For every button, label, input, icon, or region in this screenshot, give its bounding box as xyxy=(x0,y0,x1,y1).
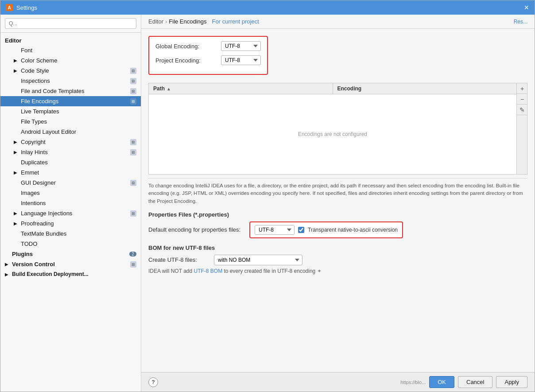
arrow-icon: ▶ xyxy=(14,150,19,155)
sidebar-item-images[interactable]: Images xyxy=(0,188,141,198)
arrow-icon: ▶ xyxy=(14,170,19,175)
global-encoding-select[interactable]: UTF-8 xyxy=(221,41,261,51)
empty-table-text: Encodings are not configured xyxy=(298,131,367,137)
sidebar-item-duplicates[interactable]: Duplicates xyxy=(0,157,141,167)
properties-encoding-select[interactable]: UTF-8 xyxy=(255,225,295,235)
footer-left: ? xyxy=(148,377,158,387)
project-encoding-select[interactable]: UTF-8 xyxy=(221,55,261,65)
sidebar-label-copyright: Copyright xyxy=(21,139,46,145)
sidebar-label-emmet: Emmet xyxy=(21,169,39,176)
bom-utf8-link[interactable]: UTF-8 BOM xyxy=(194,268,222,274)
edit-encoding-button[interactable]: ✎ xyxy=(517,105,527,115)
cancel-button[interactable]: Cancel xyxy=(458,376,492,388)
sidebar-item-color-scheme[interactable]: ▶ Color Scheme xyxy=(0,55,141,66)
search-bar xyxy=(0,15,141,33)
project-encoding-label: Project Encoding: xyxy=(155,57,217,64)
path-encoding-table: Path ▲ Encoding Encodings are not config… xyxy=(148,83,527,175)
breadcrumb-separator: › xyxy=(165,18,167,25)
bom-note: IDEA will NOT add UTF-8 BOM to every cre… xyxy=(148,268,527,274)
transparent-checkbox[interactable] xyxy=(298,227,304,233)
sidebar-label-textmate-bundles: TextMate Bundles xyxy=(21,230,66,237)
sidebar-item-android-layout-editor[interactable]: Android Layout Editor xyxy=(0,127,141,137)
sidebar-item-inlay-hints[interactable]: ▶ Inlay Hints ⊞ xyxy=(0,147,141,157)
sidebar-item-plugins[interactable]: Plugins 2 xyxy=(0,249,141,259)
bom-dropdown[interactable]: with NO BOM xyxy=(214,255,302,265)
arrow-icon: ▶ xyxy=(14,140,19,144)
properties-highlight-box: UTF-8 Transparent native-to-ascii conver… xyxy=(249,221,403,238)
sidebar-label-code-style: Code Style xyxy=(21,67,49,74)
sidebar-item-font[interactable]: Font xyxy=(0,45,141,55)
dialog-body: Editor Font ▶ Color Scheme ▶ Code Style … xyxy=(0,15,535,392)
build-label: Build Execution Deployment... xyxy=(12,271,89,277)
page-icon: ⊞ xyxy=(130,139,136,145)
transparent-checkbox-label: Transparent native-to-ascii conversion xyxy=(308,227,398,233)
ok-button[interactable]: OK xyxy=(429,376,454,388)
bom-section: BOM for new UTF-8 files Create UTF-8 fil… xyxy=(148,245,527,274)
encoding-info-text: To change encoding IntelliJ IDEA uses fo… xyxy=(148,178,527,205)
encoding-column-header: Encoding xyxy=(333,83,517,94)
sidebar-label-live-templates: Live Templates xyxy=(21,108,59,115)
sidebar-item-intentions[interactable]: Intentions xyxy=(0,198,141,208)
table-header: Path ▲ Encoding xyxy=(149,83,516,94)
sidebar-item-file-encodings[interactable]: File Encodings ⊞ xyxy=(0,96,141,106)
help-button[interactable]: ? xyxy=(148,377,158,387)
bom-row: Create UTF-8 files: with NO BOM xyxy=(148,255,527,265)
page-icon: ⊞ xyxy=(130,68,136,74)
encoding-label: Encoding xyxy=(337,85,362,92)
sort-arrow-icon: ▲ xyxy=(167,86,171,91)
sidebar-label-duplicates: Duplicates xyxy=(21,159,48,166)
add-encoding-button[interactable]: + xyxy=(517,83,527,94)
close-icon[interactable]: ✕ xyxy=(524,4,529,11)
breadcrumb-current: File Encodings xyxy=(169,18,206,25)
sidebar-item-code-style[interactable]: ▶ Code Style ⊞ xyxy=(0,66,141,76)
table-actions: + − ✎ xyxy=(516,83,527,174)
plugins-badge: 2 xyxy=(129,252,136,256)
sidebar-content: Editor Font ▶ Color Scheme ▶ Code Style … xyxy=(0,33,141,392)
sidebar-item-copyright[interactable]: ▶ Copyright ⊞ xyxy=(0,137,141,147)
sidebar-item-language-injections[interactable]: ▶ Language Injections ⊞ xyxy=(0,208,141,218)
sidebar-label-images: Images xyxy=(21,190,40,196)
global-encoding-row: Global Encoding: UTF-8 xyxy=(155,41,261,51)
sidebar-label-todo: TODO xyxy=(21,241,37,247)
dialog-title: Settings xyxy=(16,4,37,11)
sidebar-item-file-types[interactable]: File Types xyxy=(0,116,141,127)
sidebar-label-intentions: Intentions xyxy=(21,200,46,206)
page-icon: ⊞ xyxy=(130,180,136,186)
table-main: Path ▲ Encoding Encodings are not config… xyxy=(149,83,516,174)
title-bar: A Settings ✕ xyxy=(0,0,535,15)
bom-settings-icon[interactable]: ✦ xyxy=(317,268,322,274)
settings-dialog: A Settings ✕ Editor Font ▶ Color Scheme xyxy=(0,0,535,392)
sidebar-item-version-control[interactable]: ▶ Version Control ⊞ xyxy=(0,259,141,269)
sidebar-item-gui-designer[interactable]: GUI Designer ⊞ xyxy=(0,178,141,188)
search-input[interactable] xyxy=(5,18,136,29)
title-bar-left: A Settings xyxy=(6,4,37,11)
sidebar-item-build[interactable]: ▶ Build Execution Deployment... xyxy=(0,269,141,279)
for-project-link[interactable]: For current project xyxy=(212,18,259,25)
sidebar-label-file-code-templates: File and Code Templates xyxy=(21,88,85,94)
sidebar-item-inspections[interactable]: Inspections ⊞ xyxy=(0,76,141,86)
apply-button[interactable]: Apply xyxy=(496,376,527,388)
reset-link[interactable]: Res... xyxy=(514,19,527,25)
sidebar-label-language-injections: Language Injections xyxy=(21,210,72,217)
path-column-header: Path ▲ xyxy=(149,83,333,94)
sidebar-label-font: Font xyxy=(21,47,32,54)
breadcrumb: Editor › File Encodings For current proj… xyxy=(148,18,259,25)
remove-encoding-button[interactable]: − xyxy=(517,94,527,105)
sidebar-item-live-templates[interactable]: Live Templates xyxy=(0,106,141,116)
page-icon: ⊞ xyxy=(130,78,136,84)
page-icon: ⊞ xyxy=(130,210,136,217)
sidebar-label-inspections: Inspections xyxy=(21,78,50,84)
encoding-highlight-box: Global Encoding: UTF-8 Project Encoding:… xyxy=(148,36,268,75)
sidebar-item-proofreading[interactable]: ▶ Proofreading xyxy=(0,218,141,229)
breadcrumb-parent: Editor xyxy=(148,18,163,25)
sidebar-item-emmet[interactable]: ▶ Emmet xyxy=(0,167,141,178)
sidebar-item-file-code-templates[interactable]: File and Code Templates ⊞ xyxy=(0,86,141,96)
version-control-label: Version Control xyxy=(12,261,55,268)
sidebar: Editor Font ▶ Color Scheme ▶ Code Style … xyxy=(0,15,141,392)
main-scroll-area: Global Encoding: UTF-8 Project Encoding:… xyxy=(141,29,535,372)
arrow-icon: ▶ xyxy=(14,68,19,73)
sidebar-item-todo[interactable]: TODO xyxy=(0,239,141,249)
sidebar-item-textmate-bundles[interactable]: TextMate Bundles xyxy=(0,229,141,239)
sidebar-label-android-layout-editor: Android Layout Editor xyxy=(21,128,76,135)
plugins-label: Plugins xyxy=(12,251,33,257)
